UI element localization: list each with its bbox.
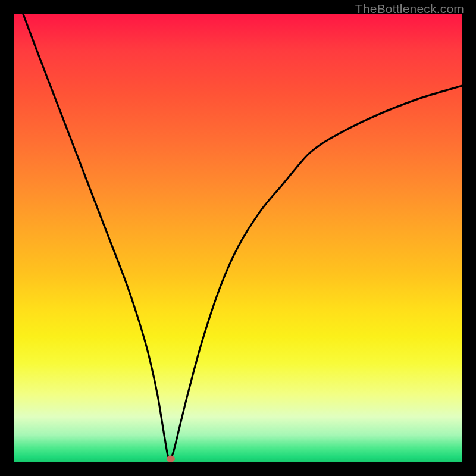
optimal-point-marker [167, 456, 175, 462]
bottleneck-curve [14, 14, 462, 462]
chart-frame [14, 14, 462, 462]
